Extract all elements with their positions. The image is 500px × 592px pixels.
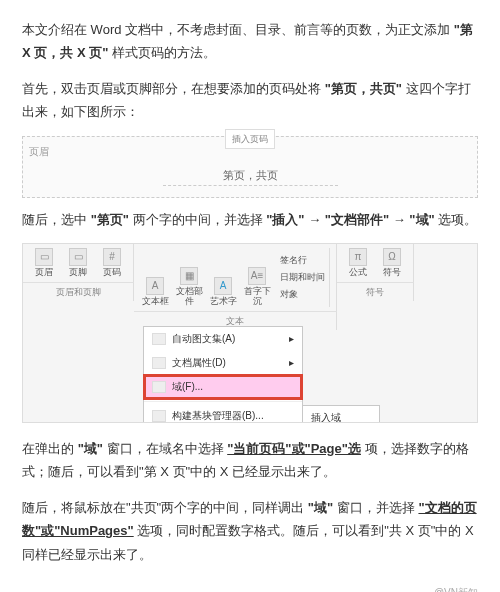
menu-building-blocks[interactable]: 构建基块管理器(B)... xyxy=(144,404,302,423)
group-symbols: π公式 Ω符号 符号 xyxy=(337,244,414,330)
menu-separator xyxy=(144,401,302,402)
emphasis: "插入" xyxy=(266,212,304,227)
page-number-button[interactable]: #页码 xyxy=(97,248,127,278)
object-button[interactable]: 对象 xyxy=(280,286,325,302)
wordart-button[interactable]: A艺术字 xyxy=(208,277,238,307)
field-icon xyxy=(152,381,166,393)
text-side-buttons: 签名行 日期和时间 对象 xyxy=(276,248,330,307)
menu-field[interactable]: 域(F)... xyxy=(144,375,302,399)
field-tooltip: 插入域 插入域 xyxy=(302,405,380,423)
step1-para: 首先，双击页眉或页脚部分，在想要添加的页码处将 "第页，共页" 这四个字打出来，… xyxy=(22,77,478,124)
group-label: 页眉和页脚 xyxy=(23,282,134,301)
equation-button[interactable]: π公式 xyxy=(343,248,373,278)
tooltip-row: 插入域 xyxy=(303,406,379,423)
text: 首先，双击页眉或页脚部分，在想要添加的页码处将 xyxy=(22,81,321,96)
emphasis: "域" xyxy=(308,500,333,515)
parts-icon: ▦ xyxy=(180,267,198,285)
emphasis: "域" xyxy=(78,441,103,456)
emphasis: "文档部件" xyxy=(325,212,389,227)
emphasis-underline: "当前页码"或"Page"选 xyxy=(227,441,361,456)
menu-autotext[interactable]: 自动图文集(A)▸ xyxy=(144,327,302,351)
docprop-icon xyxy=(152,357,166,369)
autotext-icon xyxy=(152,333,166,345)
dropcap-icon: A≡ xyxy=(248,267,266,285)
intro-para: 本文介绍在 Word 文档中，不考虑封面、目录、前言等的页数，为正文添加 "第 … xyxy=(22,18,478,65)
footer-button[interactable]: ▭页脚 xyxy=(63,248,93,278)
header-tag: 页眉 xyxy=(29,143,49,161)
pi-icon: π xyxy=(349,248,367,266)
footer-icon: ▭ xyxy=(69,248,87,266)
arrow: → xyxy=(308,212,321,227)
header-button[interactable]: ▭页眉 xyxy=(29,248,59,278)
step3-para: 在弹出的 "域" 窗口，在域名中选择 "当前页码"或"Page"选 项，选择数字… xyxy=(22,437,478,484)
hash-icon: # xyxy=(103,248,121,266)
quick-parts-button[interactable]: ▦文档部件 xyxy=(174,267,204,307)
blocks-icon xyxy=(152,410,166,422)
signature-button[interactable]: 签名行 xyxy=(280,252,325,268)
omega-icon: Ω xyxy=(383,248,401,266)
step4-para: 随后，将鼠标放在"共页"两个字的中间，同样调出 "域" 窗口，并选择 "文档的页… xyxy=(22,496,478,566)
group-header-footer: ▭页眉 ▭页脚 #页码 页眉和页脚 xyxy=(23,244,134,330)
header-sample-text: 第页，共页 xyxy=(163,166,338,187)
text: 窗口，在域名中选择 xyxy=(107,441,224,456)
text: 本文介绍在 Word 文档中，不考虑封面、目录、前言等的页数，为正文添加 xyxy=(22,22,450,37)
textbox-icon: A xyxy=(146,277,164,295)
text: 窗口，并选择 xyxy=(337,500,415,515)
symbol-button[interactable]: Ω符号 xyxy=(377,248,407,278)
text: 选项。 xyxy=(438,212,477,227)
text: 两个字的中间，并选择 xyxy=(133,212,263,227)
emphasis: "第页" xyxy=(91,212,129,227)
wordart-icon: A xyxy=(214,277,232,295)
word-ribbon-screenshot: 当、夏 相天研充其有益 生态环 或研究由定性到 推动作 大尺度空间范围 入，高精… xyxy=(22,243,478,423)
menu-doc-properties[interactable]: 文档属性(D)▸ xyxy=(144,351,302,375)
ghost-text: 大尺度空间范围 xyxy=(387,374,471,396)
chevron-right-icon: ▸ xyxy=(289,330,294,348)
insert-pagecode-tab: 插入页码 xyxy=(225,129,275,149)
text: 随后，将鼠标放在"共页"两个字的中间，同样调出 xyxy=(22,500,304,515)
arrow: → xyxy=(393,212,406,227)
source-watermark: @VN新知 xyxy=(22,578,478,592)
text: 随后，选中 xyxy=(22,212,87,227)
text: 在弹出的 xyxy=(22,441,74,456)
step2-para: 随后，选中 "第页" 两个字的中间，并选择 "插入" → "文档部件" → "域… xyxy=(22,208,478,231)
group-label: 符号 xyxy=(337,282,414,301)
ghost-text: 推动作 xyxy=(29,350,65,372)
quick-parts-menu: 自动图文集(A)▸ 文档属性(D)▸ 域(F)... 构建基块管理器(B)...… xyxy=(143,326,303,423)
header-icon: ▭ xyxy=(35,248,53,266)
chevron-right-icon: ▸ xyxy=(289,354,294,372)
textbox-button[interactable]: A文本框 xyxy=(140,277,170,307)
datetime-button[interactable]: 日期和时间 xyxy=(280,269,325,285)
emphasis: "域" xyxy=(409,212,434,227)
emphasis: "第页，共页" xyxy=(325,81,402,96)
text: 样式页码的方法。 xyxy=(112,45,216,60)
group-text: A文本框 ▦文档部件 A艺术字 A≡首字下沉 签名行 日期和时间 对象 文本 xyxy=(134,244,337,330)
dropcap-button[interactable]: A≡首字下沉 xyxy=(242,267,272,307)
ribbon-groups: ▭页眉 ▭页脚 #页码 页眉和页脚 A文本框 ▦文档部件 A艺术字 A≡首字下沉… xyxy=(23,244,477,330)
figure-header-sample: 页眉 插入页码 第页，共页 xyxy=(22,136,478,198)
header-area: 页眉 插入页码 第页，共页 xyxy=(22,136,478,198)
